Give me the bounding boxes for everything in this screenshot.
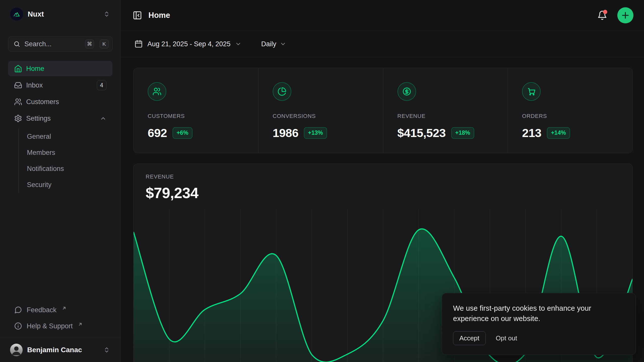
stat-card-orders[interactable]: ORDERS 213 +14% bbox=[508, 68, 632, 153]
settings-subnav: General Members Notifications Security bbox=[18, 128, 112, 193]
sidebar-item-customers[interactable]: Customers bbox=[8, 94, 112, 109]
stat-delta-badge: +18% bbox=[451, 127, 474, 139]
stat-card-conversions[interactable]: CONVERSIONS 1986 +13% bbox=[258, 68, 383, 153]
home-icon bbox=[14, 65, 22, 73]
stat-delta-badge: +13% bbox=[304, 127, 327, 139]
sidebar-item-label: Home bbox=[26, 65, 106, 73]
stat-value: 692 bbox=[148, 126, 167, 140]
cookie-accept-button[interactable]: Accept bbox=[453, 331, 486, 345]
date-range-picker[interactable]: Aug 21, 2025 - Sep 4, 2025 bbox=[132, 37, 244, 51]
notification-dot bbox=[603, 10, 607, 14]
chevron-up-icon bbox=[100, 115, 106, 122]
chat-bubble-icon bbox=[14, 306, 22, 314]
sidebar-item-security[interactable]: Security bbox=[27, 177, 112, 193]
user-menu[interactable]: Benjamin Canac bbox=[8, 341, 112, 358]
chevrons-up-down-icon bbox=[103, 11, 110, 17]
stat-label: ORDERS bbox=[522, 113, 622, 119]
pie-chart-icon bbox=[277, 87, 287, 96]
cookie-message: We use first-party cookies to enhance yo… bbox=[453, 303, 600, 324]
users-icon bbox=[152, 87, 162, 96]
sidebar-item-label: Settings bbox=[26, 115, 96, 122]
add-button[interactable] bbox=[617, 7, 633, 23]
revenue-chart-value: $79,234 bbox=[146, 185, 620, 202]
cookie-consent-toast: We use first-party cookies to enhance yo… bbox=[442, 293, 636, 355]
stat-card-revenue[interactable]: REVENUE $415,523 +18% bbox=[383, 68, 508, 153]
gear-icon bbox=[14, 114, 22, 122]
granularity-select[interactable]: Daily bbox=[259, 37, 289, 51]
feedback-label: Feedback bbox=[27, 306, 57, 314]
cookie-optout-button[interactable]: Opt out bbox=[496, 334, 517, 342]
chevrons-up-down-icon bbox=[103, 347, 110, 353]
user-avatar bbox=[10, 344, 23, 356]
sidebar-nav: Home Inbox 4 Customers Settings bbox=[8, 61, 112, 127]
stat-label: CONVERSIONS bbox=[273, 113, 373, 119]
sidebar-item-home[interactable]: Home bbox=[8, 61, 112, 76]
calendar-icon bbox=[134, 40, 143, 48]
chevron-down-icon bbox=[235, 41, 242, 47]
page-title: Home bbox=[148, 11, 170, 20]
stat-value: 213 bbox=[522, 126, 541, 140]
stat-value: $415,523 bbox=[397, 126, 446, 140]
inbox-count-badge: 4 bbox=[97, 80, 106, 90]
cmd-key-badge: ⌘ bbox=[85, 39, 94, 49]
dollar-circle-icon bbox=[402, 87, 411, 96]
sidebar-item-inbox[interactable]: Inbox 4 bbox=[8, 78, 112, 93]
user-section: Benjamin Canac bbox=[0, 338, 120, 362]
user-name: Benjamin Canac bbox=[27, 346, 99, 354]
sidebar-item-label: Customers bbox=[26, 98, 106, 106]
filter-bar: Aug 21, 2025 - Sep 4, 2025 Daily bbox=[121, 31, 644, 57]
stat-delta-badge: +6% bbox=[173, 127, 192, 139]
inbox-icon bbox=[14, 81, 22, 89]
external-link-icon bbox=[78, 322, 83, 327]
plus-icon bbox=[621, 11, 630, 20]
info-circle-icon bbox=[14, 322, 22, 330]
search-input[interactable]: Search... ⌘ K bbox=[8, 36, 112, 52]
sidebar-item-notifications[interactable]: Notifications bbox=[27, 161, 112, 177]
workspace-switcher[interactable]: Nuxt bbox=[8, 6, 112, 22]
panel-left-close-icon bbox=[133, 11, 142, 20]
sidebar-item-label: Inbox bbox=[26, 81, 93, 89]
stats-panel: CUSTOMERS 692 +6% CONVERSIONS 1986 +13% bbox=[133, 68, 633, 153]
k-key-badge: K bbox=[100, 39, 109, 49]
stat-delta-badge: +14% bbox=[547, 127, 570, 139]
stat-card-customers[interactable]: CUSTOMERS 692 +6% bbox=[134, 68, 258, 153]
users-icon bbox=[14, 98, 22, 106]
notifications-button[interactable] bbox=[595, 8, 609, 22]
workspace-name: Nuxt bbox=[28, 10, 99, 18]
cart-icon bbox=[527, 87, 536, 96]
search-placeholder: Search... bbox=[24, 40, 81, 48]
external-link-icon bbox=[62, 306, 67, 311]
collapse-sidebar-button[interactable] bbox=[132, 10, 143, 21]
help-support-link[interactable]: Help & Support bbox=[8, 318, 112, 334]
search-icon bbox=[13, 40, 20, 48]
sidebar: Nuxt Search... ⌘ K Home Inbox 4 Customer… bbox=[0, 0, 121, 362]
revenue-chart-label: REVENUE bbox=[146, 173, 620, 180]
sidebar-item-settings[interactable]: Settings bbox=[8, 111, 112, 126]
help-support-label: Help & Support bbox=[27, 322, 73, 330]
sidebar-footer: Feedback Help & Support Benjamin Canac bbox=[8, 302, 112, 362]
sidebar-item-members[interactable]: Members bbox=[27, 145, 112, 161]
feedback-link[interactable]: Feedback bbox=[8, 302, 112, 318]
chevron-down-icon bbox=[280, 41, 286, 47]
stat-label: CUSTOMERS bbox=[148, 113, 248, 119]
date-range-value: Aug 21, 2025 - Sep 4, 2025 bbox=[147, 40, 230, 48]
stat-label: REVENUE bbox=[397, 113, 498, 119]
page-header: Home bbox=[121, 0, 644, 31]
stat-value: 1986 bbox=[273, 126, 299, 140]
granularity-value: Daily bbox=[261, 40, 276, 48]
sidebar-item-general[interactable]: General bbox=[27, 128, 112, 145]
nuxt-logo-icon bbox=[10, 8, 23, 21]
